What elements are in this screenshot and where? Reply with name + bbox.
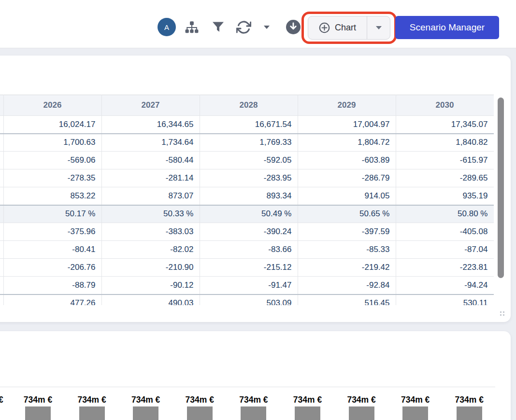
bar-value-label-clipped: 734m € bbox=[0, 395, 11, 405]
table-cell[interactable]: 1,840.82 bbox=[396, 134, 494, 152]
refresh-dropdown-caret-icon[interactable] bbox=[264, 26, 270, 29]
download-icon[interactable] bbox=[286, 20, 301, 34]
table-row: 16,024.1716,344.6516,671.5417,004.9717,3… bbox=[0, 116, 494, 134]
column-header-2027[interactable]: 2027 bbox=[101, 95, 200, 116]
table-cell[interactable]: 935.19 bbox=[396, 187, 494, 205]
table-cell[interactable]: 516.45 bbox=[298, 294, 396, 306]
table-cell[interactable]: 16,671.54 bbox=[200, 116, 298, 134]
table-cell[interactable]: 873.07 bbox=[101, 187, 200, 205]
bar[interactable] bbox=[349, 406, 374, 420]
bar-value-label: 734m € bbox=[447, 395, 491, 405]
table-row: -88.79-90.12-91.47-92.84-94.24 bbox=[0, 277, 494, 294]
table-cell[interactable]: -92.84 bbox=[298, 277, 396, 294]
bar-value-label: 734m € bbox=[178, 395, 221, 405]
column-header-2026[interactable]: 2026 bbox=[3, 95, 101, 116]
refresh-icon[interactable] bbox=[236, 20, 251, 35]
table-cell[interactable]: -615.97 bbox=[396, 152, 494, 169]
table-cell[interactable]: -286.79 bbox=[298, 169, 396, 187]
table-cell-sliver bbox=[0, 223, 3, 241]
table-header-sliver bbox=[0, 95, 3, 116]
bar[interactable] bbox=[79, 406, 105, 420]
table-cell[interactable]: -278.35 bbox=[3, 169, 101, 187]
table-cell[interactable]: 50.80 % bbox=[396, 205, 494, 223]
table-cell[interactable]: 893.34 bbox=[200, 187, 298, 205]
table-cell[interactable]: 17,345.07 bbox=[396, 116, 494, 134]
table-cell[interactable]: -215.12 bbox=[200, 259, 298, 277]
table-cell[interactable]: -281.14 bbox=[101, 169, 200, 187]
table-cell[interactable]: 50.49 % bbox=[200, 205, 298, 223]
table-cell[interactable]: 853.22 bbox=[3, 187, 101, 205]
table-cell[interactable]: 530.11 bbox=[396, 294, 494, 306]
table-cell[interactable]: 17,004.97 bbox=[298, 116, 396, 134]
avatar[interactable]: A bbox=[158, 18, 176, 36]
plus-circle-icon bbox=[319, 22, 330, 33]
table-cell[interactable]: -206.76 bbox=[3, 259, 101, 277]
table-cell-sliver bbox=[0, 277, 3, 294]
table-cell[interactable]: -289.65 bbox=[396, 169, 494, 187]
table-row: -569.06-580.44-592.05-603.89-615.97 bbox=[0, 152, 494, 169]
add-chart-button[interactable]: Chart bbox=[308, 16, 367, 39]
table-cell[interactable]: 1,700.63 bbox=[3, 134, 101, 152]
column-header-2029[interactable]: 2029 bbox=[298, 95, 396, 116]
table-cell-sliver bbox=[0, 169, 3, 187]
table-cell[interactable]: 503.09 bbox=[200, 294, 298, 306]
table-cell[interactable]: -94.24 bbox=[396, 277, 494, 294]
table-cell[interactable]: 490.03 bbox=[101, 294, 200, 306]
chart-button-dropdown[interactable] bbox=[367, 16, 390, 39]
bar[interactable] bbox=[187, 406, 213, 420]
table-cell[interactable]: -83.66 bbox=[200, 241, 298, 259]
table-cell-sliver bbox=[0, 152, 3, 169]
table-cell[interactable]: 477.26 bbox=[3, 294, 101, 306]
column-header-2028[interactable]: 2028 bbox=[200, 95, 298, 116]
table-cell[interactable]: -580.44 bbox=[101, 152, 200, 169]
table-cell[interactable]: -85.33 bbox=[298, 241, 396, 259]
card-resize-handle-icon[interactable] bbox=[500, 311, 505, 316]
table-cell[interactable]: 50.17 % bbox=[3, 205, 101, 223]
table-cell[interactable]: -223.81 bbox=[396, 259, 494, 277]
table-cell[interactable]: -283.95 bbox=[200, 169, 298, 187]
bar[interactable] bbox=[241, 406, 266, 420]
chevron-down-icon bbox=[264, 26, 270, 29]
sitemap-icon[interactable] bbox=[185, 21, 199, 34]
table-cell[interactable]: 914.05 bbox=[298, 187, 396, 205]
table-cell[interactable]: -397.59 bbox=[298, 223, 396, 241]
table-cell[interactable]: 16,024.17 bbox=[3, 116, 101, 134]
table-cell[interactable]: -390.24 bbox=[200, 223, 298, 241]
bar[interactable] bbox=[457, 406, 482, 420]
chart-gridline bbox=[0, 387, 495, 387]
table-cell[interactable]: -88.79 bbox=[3, 277, 101, 294]
vertical-scrollbar-thumb[interactable] bbox=[498, 98, 504, 278]
table-cell[interactable]: -91.47 bbox=[200, 277, 298, 294]
table-cell[interactable]: 1,804.72 bbox=[298, 134, 396, 152]
table-cell[interactable]: -569.06 bbox=[3, 152, 101, 169]
table-cell-sliver bbox=[0, 241, 3, 259]
scenario-manager-button[interactable]: Scenario Manager bbox=[395, 16, 499, 39]
table-cell[interactable]: -90.12 bbox=[101, 277, 200, 294]
table-cell[interactable]: 1,734.64 bbox=[101, 134, 200, 152]
table-cell[interactable]: 16,344.65 bbox=[101, 116, 200, 134]
table-cell[interactable]: -80.41 bbox=[3, 241, 101, 259]
bar[interactable] bbox=[25, 406, 51, 420]
bar[interactable] bbox=[133, 406, 158, 420]
filter-icon[interactable] bbox=[213, 22, 224, 32]
bar[interactable] bbox=[402, 406, 428, 420]
column-header-2030[interactable]: 2030 bbox=[396, 95, 494, 116]
table-cell[interactable]: -375.96 bbox=[3, 223, 101, 241]
table-cell[interactable]: -219.42 bbox=[298, 259, 396, 277]
bar-value-label: 734m € bbox=[340, 395, 383, 405]
table-row: 1,700.631,734.641,769.331,804.721,840.82 bbox=[0, 134, 494, 152]
table-cell-sliver bbox=[0, 259, 3, 277]
table-row: 853.22873.07893.34914.05935.19 bbox=[0, 187, 494, 205]
table-cell[interactable]: -405.08 bbox=[396, 223, 494, 241]
table-cell[interactable]: -82.02 bbox=[101, 241, 200, 259]
table-cell[interactable]: -603.89 bbox=[298, 152, 396, 169]
bar[interactable] bbox=[295, 406, 320, 420]
table-row: -375.96-383.03-390.24-397.59-405.08 bbox=[0, 223, 494, 241]
table-cell[interactable]: 1,769.33 bbox=[200, 134, 298, 152]
table-cell[interactable]: -210.90 bbox=[101, 259, 200, 277]
table-cell[interactable]: 50.33 % bbox=[101, 205, 200, 223]
table-cell[interactable]: -383.03 bbox=[101, 223, 200, 241]
table-cell[interactable]: 50.65 % bbox=[298, 205, 396, 223]
table-cell[interactable]: -592.05 bbox=[200, 152, 298, 169]
table-cell[interactable]: -87.04 bbox=[396, 241, 494, 259]
